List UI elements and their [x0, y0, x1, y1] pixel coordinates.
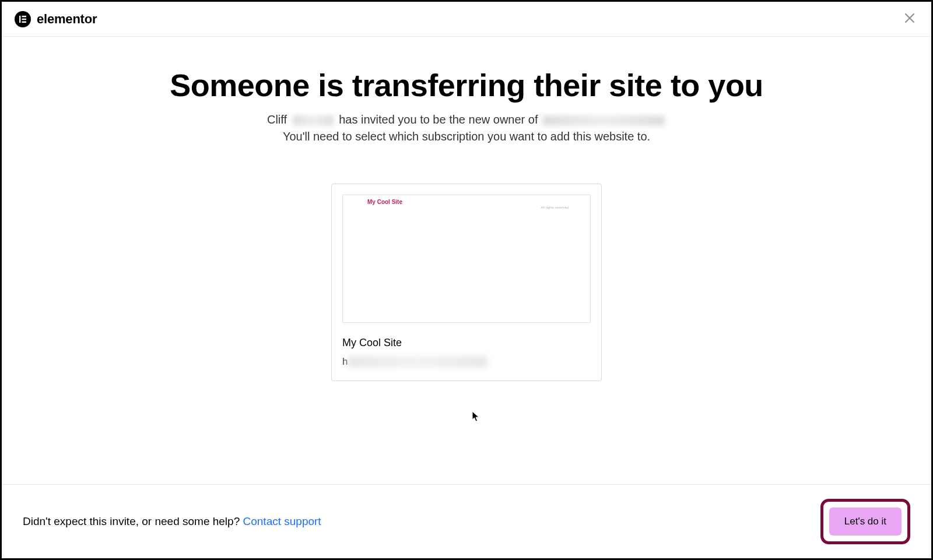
contact-support-link[interactable]: Contact support: [243, 515, 321, 527]
close-button[interactable]: [901, 9, 918, 29]
page-title: Someone is transferring their site to yo…: [2, 67, 931, 103]
svg-rect-1: [22, 16, 27, 17]
main-content: Someone is transferring their site to yo…: [2, 37, 931, 484]
site-card[interactable]: My Cool Site All rights reserved. My Coo…: [331, 184, 602, 381]
lets-do-it-button[interactable]: Let's do it: [829, 508, 902, 536]
svg-rect-2: [22, 18, 27, 19]
topbar: elementor: [2, 2, 931, 37]
preview-site-brand: My Cool Site: [367, 199, 402, 205]
subtitle-mid: has invited you to be the new owner of: [336, 113, 541, 126]
site-preview-thumbnail: My Cool Site All rights reserved.: [342, 195, 591, 323]
svg-rect-3: [22, 21, 27, 22]
site-card-container: My Cool Site All rights reserved. My Coo…: [2, 184, 931, 381]
footer-help-text: Didn't expect this invite, or need some …: [23, 515, 321, 528]
elementor-logo-icon: [15, 11, 31, 27]
page-subtitle: Cliff has invited you to be the new owne…: [2, 111, 931, 145]
brand: elementor: [15, 11, 97, 27]
redacted-site-domain: [542, 115, 665, 126]
redacted-site-url: [348, 356, 487, 368]
site-card-title: My Cool Site: [342, 337, 591, 349]
cta-highlight-box: Let's do it: [820, 499, 910, 544]
subtitle-line2: You'll need to select which subscription…: [2, 128, 931, 145]
site-url-first-char: h: [342, 356, 348, 368]
site-card-url: h: [342, 356, 591, 368]
brand-name: elementor: [37, 12, 97, 27]
svg-rect-0: [19, 16, 20, 23]
help-prefix: Didn't expect this invite, or need some …: [23, 515, 243, 527]
footer: Didn't expect this invite, or need some …: [2, 484, 931, 558]
preview-footer-text: All rights reserved.: [541, 206, 570, 209]
redacted-sender-name: [293, 115, 334, 126]
subtitle-prefix: Cliff: [267, 113, 290, 126]
close-icon: [903, 17, 916, 26]
